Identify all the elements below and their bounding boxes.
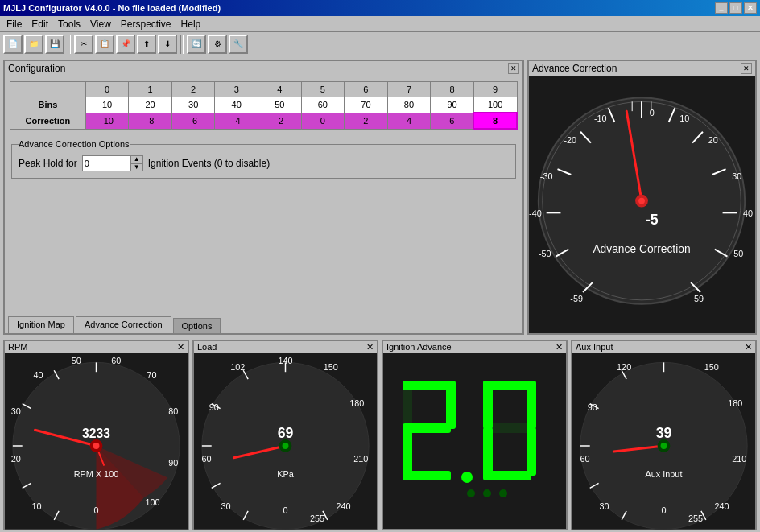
corr-9[interactable]: 8 <box>473 113 517 129</box>
corr-1[interactable]: -8 <box>129 113 172 129</box>
menu-perspective[interactable]: Perspective <box>116 17 176 31</box>
svg-text:-60: -60 <box>577 454 590 464</box>
window-controls: _ □ ✕ <box>715 2 757 14</box>
bins-row: Bins 10 20 30 40 50 60 70 80 90 100 <box>10 97 518 113</box>
toolbar-cut[interactable]: ✂ <box>74 35 93 54</box>
svg-text:0: 0 <box>661 505 666 515</box>
tab-options[interactable]: Options <box>173 318 221 333</box>
load-close[interactable]: ✕ <box>366 342 374 353</box>
svg-text:240: 240 <box>715 501 729 511</box>
bin-7[interactable]: 80 <box>387 97 431 113</box>
toolbar-new[interactable]: 📄 <box>3 35 23 54</box>
corr-8[interactable]: 6 <box>431 113 474 129</box>
tab-advance-correction[interactable]: Advance Correction <box>76 316 171 333</box>
config-table-area: 0 1 2 3 4 5 6 7 8 9 <box>5 76 522 134</box>
svg-text:210: 210 <box>732 454 746 464</box>
menu-tools[interactable]: Tools <box>53 17 85 31</box>
toolbar-refresh[interactable]: 🔄 <box>187 35 206 54</box>
svg-point-125 <box>661 443 667 449</box>
advance-correction-options: Advance Correction Options Peak Hold for… <box>11 139 516 179</box>
toolbar-settings[interactable]: ⚙ <box>208 35 227 54</box>
bin-0[interactable]: 10 <box>85 97 129 113</box>
bin-6[interactable]: 70 <box>345 97 388 113</box>
menu-bar: File Edit Tools View Perspective Help <box>0 16 760 32</box>
aux-close[interactable]: ✕ <box>745 342 752 353</box>
svg-point-33 <box>638 198 645 204</box>
toolbar-upload[interactable]: ⬆ <box>137 35 156 54</box>
bottom-section: RPM ✕ 0 10 20 30 40 <box>0 338 760 532</box>
bin-5[interactable]: 60 <box>301 97 345 113</box>
svg-text:-20: -20 <box>564 135 576 145</box>
bin-3[interactable]: 40 <box>215 97 258 113</box>
svg-text:-50: -50 <box>539 249 551 258</box>
peak-hold-input[interactable]: 0 <box>82 155 130 171</box>
main-content: Configuration ✕ 0 1 2 3 4 5 <box>0 56 760 532</box>
svg-text:180: 180 <box>349 398 364 408</box>
corr-5[interactable]: 0 <box>301 113 345 129</box>
svg-text:RPM X 100: RPM X 100 <box>74 469 118 479</box>
corr-3[interactable]: -4 <box>215 113 258 129</box>
toolbar-paste[interactable]: 📌 <box>116 35 135 54</box>
toolbar-open[interactable]: 📁 <box>24 35 43 54</box>
svg-text:102: 102 <box>230 362 245 372</box>
toolbar-tools[interactable]: 🔧 <box>229 35 248 54</box>
svg-rect-95 <box>527 381 536 429</box>
col-8: 8 <box>431 82 474 97</box>
spinner-up[interactable]: ▲ <box>130 155 143 163</box>
load-gauge-area: 0 30 -60 90 102 140 150 180 210 240 255 <box>194 353 377 530</box>
menu-help[interactable]: Help <box>176 17 206 31</box>
bin-1[interactable]: 20 <box>129 97 172 113</box>
correction-row: Correction -10 -8 -6 -4 -2 0 2 4 6 8 <box>10 113 518 129</box>
menu-edit[interactable]: Edit <box>27 17 53 31</box>
svg-text:30: 30 <box>11 406 21 416</box>
advance-panel-close[interactable]: ✕ <box>741 63 752 74</box>
aux-gauge-svg: 0 30 -60 90 120 150 180 210 240 255 <box>572 353 755 530</box>
svg-rect-88 <box>446 381 456 429</box>
toolbar-save[interactable]: 💾 <box>45 35 64 54</box>
svg-text:0: 0 <box>650 108 655 118</box>
menu-view[interactable]: View <box>85 17 116 31</box>
top-section: Configuration ✕ 0 1 2 3 4 5 <box>0 56 760 338</box>
svg-text:60: 60 <box>111 356 121 365</box>
maximize-button[interactable]: □ <box>729 2 742 14</box>
ignition-close[interactable]: ✕ <box>556 342 563 353</box>
svg-rect-90 <box>403 427 412 476</box>
ignition-advance-panel: Ignition Advance ✕ <box>382 340 568 530</box>
aux-gauge-title: Aux Input ✕ <box>572 341 755 353</box>
svg-text:80: 80 <box>168 406 178 416</box>
menu-file[interactable]: File <box>2 17 27 31</box>
config-panel-close[interactable]: ✕ <box>508 63 519 74</box>
spinner-buttons: ▲ ▼ <box>130 155 143 171</box>
ignition-display-area <box>383 353 566 529</box>
minimize-button[interactable]: _ <box>715 2 728 14</box>
ignition-gauge-title: Ignition Advance ✕ <box>383 341 566 353</box>
svg-text:-30: -30 <box>540 171 553 181</box>
tab-ignition-map[interactable]: Ignition Map <box>8 316 74 333</box>
corr-7[interactable]: 4 <box>387 113 431 129</box>
rpm-title: RPM <box>8 342 27 353</box>
close-button[interactable]: ✕ <box>744 2 757 14</box>
toolbar-copy[interactable]: 📋 <box>95 35 114 54</box>
col-0: 0 <box>85 82 129 97</box>
rpm-close[interactable]: ✕ <box>177 342 184 353</box>
svg-text:-10: -10 <box>594 113 607 123</box>
svg-text:-59: -59 <box>570 294 583 303</box>
spinner-down[interactable]: ▼ <box>130 163 143 171</box>
config-panel-titlebar: Configuration ✕ <box>5 61 522 76</box>
bin-2[interactable]: 30 <box>171 97 215 113</box>
corr-0[interactable]: -10 <box>85 113 129 129</box>
svg-point-58 <box>93 443 100 449</box>
svg-rect-92 <box>403 381 412 429</box>
load-title: Load <box>197 342 217 353</box>
svg-text:50: 50 <box>733 249 743 258</box>
bin-8[interactable]: 90 <box>431 97 474 113</box>
corr-4[interactable]: -2 <box>258 113 302 129</box>
corr-2[interactable]: -6 <box>171 113 215 129</box>
toolbar-download[interactable]: ⬇ <box>158 35 177 54</box>
bin-9[interactable]: 100 <box>473 97 517 113</box>
col-9: 9 <box>473 82 517 97</box>
bin-4[interactable]: 50 <box>258 97 302 113</box>
corr-6[interactable]: 2 <box>345 113 388 129</box>
svg-text:69: 69 <box>278 425 294 441</box>
config-panel-title: Configuration <box>8 63 65 74</box>
